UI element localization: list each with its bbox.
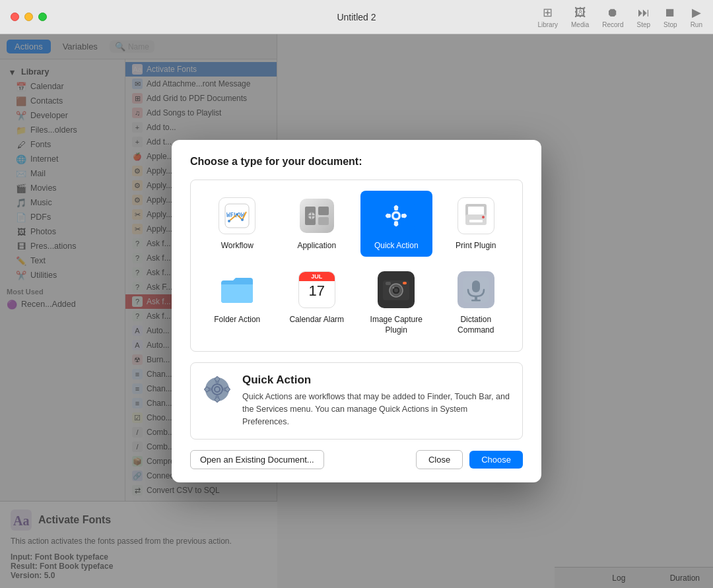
svg-point-26 [482,216,485,218]
svg-point-30 [394,288,398,292]
calendar-alarm-label: Calendar Alarm [289,315,344,325]
image-capture-icon [378,271,415,308]
modal-footer: Open an Existing Document... Close Choos… [190,450,523,469]
media-icon: 🖼 [574,6,586,20]
gear-icon [383,203,409,229]
step-button[interactable]: ⏭ Step [636,6,650,28]
library-button[interactable]: ⊞ Library [537,5,558,28]
doc-type-calendar-alarm[interactable]: JUL 17 Calendar Alarm [281,265,353,341]
app-body: Actions Variables 🔍 Name ▾ Library 📅 Cal… [0,34,713,588]
svg-point-13 [394,214,399,218]
maximize-button[interactable] [38,13,47,21]
doc-type-workflow[interactable]: WFLOW Workflow [201,191,273,257]
calendar-alarm-icon: JUL 17 [298,271,335,308]
svg-rect-36 [475,296,477,300]
svg-rect-10 [318,217,329,225]
doc-type-dictation[interactable]: Dictation Command [440,265,512,341]
desc-box-text: Quick Actions are workflows that may be … [242,391,512,428]
library-icon: ⊞ [543,5,553,20]
record-icon: ⏺ [607,6,619,20]
desc-box-content: Quick Action Quick Actions are workflows… [242,374,512,428]
stop-icon: ⏹ [664,6,676,20]
doc-type-print-plugin[interactable]: Print Plugin [440,191,512,257]
quick-action-desc-icon [201,374,233,405]
minimize-button[interactable] [24,13,33,21]
svg-rect-37 [471,300,481,302]
dictation-icon [458,271,494,308]
quick-action-label: Quick Action [374,241,419,251]
svg-rect-23 [468,207,484,216]
application-label: Application [297,241,336,251]
run-button[interactable]: ▶ Run [691,5,702,28]
folder-action-icon [219,271,255,308]
folder-icon [219,271,255,308]
workflow-icon: WFLOW [219,197,255,234]
application-icon [298,197,335,234]
image-capture-label: Image Capture Plugin [363,315,430,335]
toolbar: ⊞ Library 🖼 Media ⏺ Record ⏭ Step ⏹ Stop… [537,5,702,28]
image-capture-icon-container [376,270,416,310]
window-title: Untitled 2 [337,12,376,22]
traffic-lights [11,13,47,21]
description-box: Quick Action Quick Actions are workflows… [190,362,523,439]
folder-action-icon-container [217,270,257,310]
svg-rect-35 [472,280,480,292]
workflow-icon-container: WFLOW [217,196,257,236]
open-existing-button[interactable]: Open an Existing Document... [190,450,324,469]
title-bar: Untitled 2 ⊞ Library 🖼 Media ⏺ Record ⏭ … [0,0,713,34]
svg-point-31 [393,287,395,289]
choose-button[interactable]: Choose [469,451,523,469]
stop-button[interactable]: ⏹ Stop [663,6,677,28]
svg-rect-32 [386,282,391,285]
modal-title: Choose a type for your document: [190,156,523,168]
print-plugin-icon [458,197,494,234]
svg-point-40 [215,387,220,392]
doc-types-grid: WFLOW Workflow [190,180,523,352]
workflow-svg: WFLOW [224,203,250,229]
calendar-alarm-icon-container: JUL 17 [297,270,337,310]
cal-header: JUL [299,272,335,281]
workflow-label: Workflow [221,241,254,251]
modal-dialog: Choose a type for your document: WFLOW [172,140,541,482]
print-plugin-icon-container [456,196,496,236]
quick-action-icon-container [376,196,416,236]
close-button[interactable] [11,13,19,21]
desc-box-title: Quick Action [242,374,512,387]
media-button[interactable]: 🖼 Media [571,6,589,28]
cal-day: 17 [309,284,325,298]
svg-rect-9 [318,207,329,215]
svg-point-4 [228,220,230,222]
record-button[interactable]: ⏺ Record [602,6,623,28]
print-plugin-label: Print Plugin [456,241,496,251]
svg-point-5 [236,213,238,216]
svg-rect-7 [300,199,334,233]
doc-type-quick-action[interactable]: Quick Action [360,191,432,257]
camera-icon [382,275,411,304]
svg-point-6 [241,218,244,221]
doc-type-image-capture[interactable]: Image Capture Plugin [360,265,432,341]
microphone-icon [461,275,491,304]
svg-rect-33 [403,282,407,284]
application-icon-container [297,196,337,236]
doc-type-application[interactable]: Application [281,191,353,257]
svg-rect-25 [469,220,483,222]
run-icon: ▶ [692,5,701,20]
folder-action-label: Folder Action [214,315,260,325]
close-button[interactable]: Close [416,450,463,469]
dictation-label: Dictation Command [443,315,510,335]
quick-action-icon [378,197,415,234]
dictation-icon-container [456,270,496,310]
step-icon: ⏭ [638,6,650,20]
print-icon [461,201,491,230]
doc-type-folder-action[interactable]: Folder Action [201,265,273,341]
modal-overlay: Choose a type for your document: WFLOW [0,34,713,588]
